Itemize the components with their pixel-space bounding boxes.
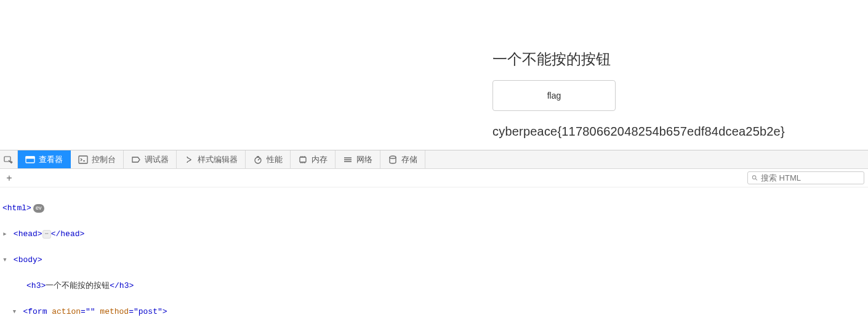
- page-form: flag: [492, 80, 868, 111]
- flag-button: flag: [492, 80, 616, 111]
- page-heading: 一个不能按的按钮: [492, 49, 868, 69]
- flag-text: cyberpeace{11780662048254b657edf84dcea25…: [492, 125, 868, 139]
- page-content: 一个不能按的按钮 flag cyberpeace{11780662048254b…: [0, 0, 868, 139]
